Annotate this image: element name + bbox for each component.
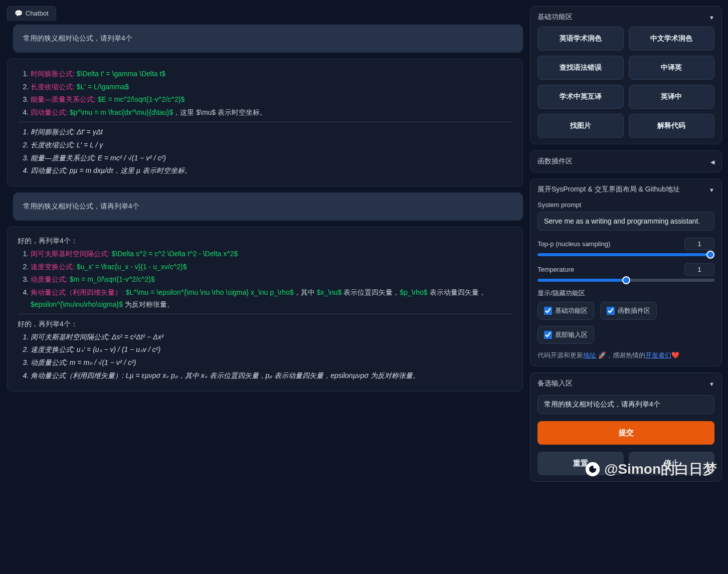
reset-button[interactable]: 重置 (537, 452, 624, 475)
chevron-left-icon (710, 157, 714, 165)
panel-func-header[interactable]: 函数插件区 (537, 157, 714, 166)
panel-sysprompt: 展开SysPrompt & 交互界面布局 & Github地址 System p… (530, 178, 722, 366)
input-system-prompt[interactable] (537, 212, 714, 231)
list-item: 动质量公式: $m = m_0/\sqrt{1-v^2/c^2}$ (31, 274, 512, 286)
panel-title: 展开SysPrompt & 交互界面布局 & Github地址 (537, 185, 680, 194)
rocket-icon: 🚀 (598, 351, 606, 359)
chevron-down-icon (709, 379, 714, 388)
submit-button[interactable]: 提交 (537, 421, 714, 445)
btn-explain-code[interactable]: 解释代码 (629, 114, 715, 138)
list-item: 四动量公式: pµ = m dxµ/dτ，这里 µ 表示时空坐标。 (31, 165, 512, 177)
panel-basic-header[interactable]: 基础功能区 (537, 13, 714, 22)
chk-func[interactable]: 函数插件区 (600, 302, 657, 320)
panel-title: 备选输入区 (537, 379, 573, 388)
chk-basic[interactable]: 基础功能区 (537, 302, 594, 320)
panel-input-header[interactable]: 备选输入区 (537, 379, 714, 388)
list-item: 速度变换公式: $u_x' = \frac{u_x - v}{1 - u_xv/… (31, 261, 512, 273)
tab-chatbot[interactable]: 💬 Chatbot (7, 6, 56, 21)
tab-label: Chatbot (26, 10, 49, 17)
list-item: 能量—质量关系公式: $E = mc^2/\sqrt{1-v^2/c^2}$ (31, 94, 512, 106)
heart-icon: ❤️ (671, 351, 679, 359)
list-item: 速度变换公式: uₓ′ = (uₓ − v) / (1 − uₓv / c²) (31, 344, 512, 356)
input-prompt[interactable] (537, 395, 714, 414)
bot-message: 好的，再列举4个： 闵可夫斯基时空间隔公式: $\Delta s^2 = c^2… (7, 227, 523, 392)
stop-button[interactable]: 停止 (629, 452, 715, 475)
link-devs[interactable]: 开发者们 (645, 351, 671, 359)
checkbox-func[interactable] (607, 307, 615, 315)
checkbox-input[interactable] (544, 331, 552, 339)
list-item: 闵可夫斯基时空间隔公式: $\Delta s^2 = c^2 \Delta t^… (31, 248, 512, 260)
bot-message: 时间膨胀公式: $\Delta t' = \gamma \Delta t$ 长度… (7, 59, 523, 186)
lead-text: 好的，再列举4个： (18, 235, 512, 247)
list-item: 角动量公式（利用四维矢量）: Lµ = εµνρσ xᵥ pᵨ，其中 xᵥ 表示… (31, 370, 512, 382)
btn-grammar[interactable]: 查找语法错误 (537, 56, 624, 80)
chat-icon: 💬 (15, 10, 23, 17)
btn-en2zh[interactable]: 英译中 (629, 85, 715, 109)
user-message: 常用的狭义相对论公式，请再列举4个 (13, 193, 523, 221)
user-text: 常用的狭义相对论公式，请列举4个 (23, 34, 132, 42)
btn-find-image[interactable]: 找图片 (537, 114, 624, 138)
lead-text: 好的，再列举4个： (18, 318, 512, 330)
btn-acad-trans[interactable]: 学术中英互译 (537, 85, 624, 109)
btn-en-polish[interactable]: 英语学术润色 (537, 27, 624, 51)
chat-log: 常用的狭义相对论公式，请列举4个 时间膨胀公式: $\Delta t' = \g… (7, 25, 523, 568)
list-item: 四动量公式: $p^\mu = m \frac{dx^\mu}{d\tau}$，… (31, 107, 512, 119)
list-item: 长度收缩公式: L′ = L / γ (31, 139, 512, 151)
divider (18, 314, 512, 314)
value-top-p[interactable]: 1 (684, 238, 714, 250)
chevron-down-icon (709, 13, 714, 21)
list-item: 闵可夫斯基时空间隔公式: Δs² = c²Δt² − Δx² (31, 331, 512, 343)
checkbox-basic[interactable] (544, 307, 552, 315)
panel-title: 函数插件区 (537, 157, 573, 166)
chevron-down-icon (709, 185, 714, 194)
btn-zh-polish[interactable]: 中文学术润色 (629, 27, 715, 51)
panel-sysprompt-header[interactable]: 展开SysPrompt & 交互界面布局 & Github地址 (537, 185, 714, 194)
panel-input: 备选输入区 提交 重置 停止 (530, 372, 722, 482)
label-temperature: Temperature (537, 266, 574, 273)
list-item: 动质量公式: m = m₀ / √(1 − v² / c²) (31, 357, 512, 369)
user-message: 常用的狭义相对论公式，请列举4个 (13, 25, 523, 53)
slider-top-p[interactable] (537, 253, 714, 256)
label-show-hide: 显示/隐藏功能区 (537, 289, 714, 298)
chk-input[interactable]: 底部输入区 (537, 326, 594, 344)
list-item: 能量—质量关系公式: E = mc² / √(1 − v² / c²) (31, 152, 512, 164)
link-repo[interactable]: 地址 (583, 351, 596, 359)
panel-title: 基础功能区 (537, 13, 573, 22)
btn-zh2en[interactable]: 中译英 (629, 56, 715, 80)
slider-temperature[interactable] (537, 279, 714, 282)
footnote: 代码开源和更新地址 🚀，感谢热情的开发者们❤️ (537, 351, 714, 360)
value-temperature[interactable]: 1 (684, 263, 714, 276)
list-item: 时间膨胀公式: Δt′ = γΔt (31, 126, 512, 138)
list-item: 时间膨胀公式: $\Delta t' = \gamma \Delta t$ (31, 68, 512, 80)
list-item: 长度收缩公式: $L' = L/\gamma$ (31, 81, 512, 93)
label-top-p: Top-p (nucleus sampling) (537, 240, 610, 248)
label-system-prompt: System prompt (537, 201, 714, 209)
panel-func-plugins: 函数插件区 (530, 150, 722, 172)
panel-basic: 基础功能区 英语学术润色 中文学术润色 查找语法错误 中译英 学术中英互译 英译… (530, 6, 722, 144)
divider (18, 122, 512, 122)
list-item: 角动量公式（利用四维矢量）: $L^\mu = \epsilon^{\mu \n… (31, 287, 512, 311)
user-text: 常用的狭义相对论公式，请再列举4个 (23, 202, 139, 210)
